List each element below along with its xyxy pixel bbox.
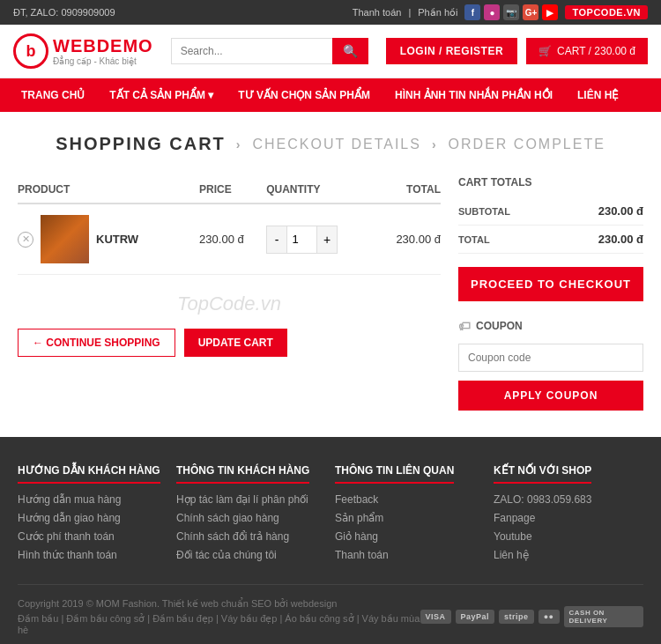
- footer-col-thong-tin: THÔNG TIN KHÁCH HÀNG Hợp tác làm đại lí …: [176, 463, 326, 566]
- subtotal-label: SUBTOTAL: [458, 206, 510, 217]
- qty-increase-button[interactable]: +: [317, 226, 337, 253]
- logo[interactable]: b WEBDEMO Đẳng cấp - Khác biệt: [13, 33, 153, 69]
- mastercard-badge: ●●: [538, 610, 560, 624]
- coupon-icon: 🏷: [458, 319, 471, 333]
- subtotal-value: 230.00 đ: [598, 204, 643, 218]
- qty-input[interactable]: [286, 226, 317, 253]
- logo-text: WEBDEMO Đẳng cấp - Khác biệt: [53, 36, 153, 66]
- breadcrumb-sep1: ›: [236, 137, 242, 152]
- instagram-icon[interactable]: ●: [484, 4, 500, 20]
- footer-link[interactable]: Cước phí thanh toán: [18, 530, 115, 543]
- cart-section: PRODUCT PRICE QUANTITY TOTAL ✕ KUTRW: [18, 176, 441, 357]
- product-price: 230.00 đ: [199, 204, 266, 275]
- nav-item-trang-chu[interactable]: TRANG CHỦ: [9, 78, 97, 112]
- footer-copyright: Copyright 2019 © MOM Fashion. Thiết kế w…: [18, 598, 420, 635]
- breadcrumb-step3: ORDER COMPLETE: [449, 137, 605, 152]
- footer-link[interactable]: Chính sách đổi trả hàng: [176, 530, 289, 543]
- product-cell: ✕ KUTRW: [18, 204, 199, 275]
- top-bar-right: Thanh toán | Phần hồi f ● 📷 G+ ▶ TOPCODE…: [353, 4, 648, 20]
- search-input[interactable]: [171, 38, 332, 64]
- google-plus-icon[interactable]: G+: [523, 4, 538, 20]
- nav-item-tu-van[interactable]: TƯ VẤN CHỌN SẢN PHẨM: [226, 78, 382, 112]
- qty-control: - +: [266, 226, 338, 254]
- cart-button[interactable]: 🛒 CART / 230.00 đ: [526, 38, 648, 64]
- col-price: PRICE: [199, 176, 266, 204]
- col-total: TOTAL: [374, 176, 441, 204]
- footer-link[interactable]: Youtube: [494, 530, 532, 543]
- nav-item-hinh-anh[interactable]: HÌNH ẢNH TIN NHẮN PHẦN HỒI: [382, 78, 565, 112]
- coupon-title: 🏷 COUPON: [458, 319, 643, 333]
- contact-info: ĐT, ZALO: 0909909009: [13, 7, 115, 18]
- qty-decrease-button[interactable]: -: [267, 226, 286, 253]
- topcode-badge: TOPCODE.VN: [565, 5, 648, 19]
- footer-link[interactable]: Fanpage: [494, 512, 535, 524]
- product-total: 230.00 đ: [374, 204, 441, 275]
- footer-link[interactable]: Feetback: [335, 493, 378, 506]
- footer-col-huong-dan: HƯỚNG DẪN KHÁCH HÀNG Hướng dẫn mua hàng …: [18, 463, 167, 566]
- footer-link[interactable]: Hợp tác làm đại lí phân phối: [176, 493, 308, 506]
- search-bar: 🔍: [171, 38, 368, 64]
- cart-sidebar: CART TOTALS SUBTOTAL 230.00 đ TOTAL 230.…: [458, 176, 643, 411]
- continue-shopping-button[interactable]: ← CONTINUE SHOPPING: [18, 329, 175, 357]
- total-value: 230.00 đ: [598, 233, 643, 246]
- update-cart-button[interactable]: UPDATE CART: [184, 329, 287, 357]
- stripe-badge: stripe: [499, 610, 534, 624]
- footer-link[interactable]: Sản phẩm: [335, 512, 383, 524]
- footer-col-lien-quan: THÔNG TIN LIÊN QUAN Feetback Sản phẩm Gi…: [335, 463, 485, 566]
- total-label: TOTAL: [458, 234, 490, 245]
- footer-link[interactable]: Thanh toán: [335, 549, 389, 561]
- footer-link[interactable]: Giỏ hàng: [335, 530, 378, 543]
- footer: HƯỚNG DẪN KHÁCH HÀNG Hướng dẫn mua hàng …: [0, 437, 661, 644]
- watermark: TopCode.vn: [18, 292, 441, 315]
- cart-actions: ← CONTINUE SHOPPING UPDATE CART: [18, 329, 441, 357]
- footer-link[interactable]: Hướng dẫn giao hàng: [18, 512, 121, 524]
- youtube-icon[interactable]: ▶: [542, 4, 558, 20]
- main-nav: TRANG CHỦ TẤT CẢ SẢN PHẨM ▾ TƯ VẤN CHỌN …: [0, 78, 661, 112]
- coupon-section: 🏷 COUPON APPLY COUPON: [458, 319, 643, 411]
- footer-heading-1: HƯỚNG DẪN KHÁCH HÀNG: [18, 464, 160, 484]
- social-icons: f ● 📷 G+ ▶: [464, 4, 558, 20]
- breadcrumb-step2: CHECKOUT DETAILS: [253, 137, 421, 152]
- footer-link[interactable]: Liên hệ: [494, 549, 529, 561]
- nav-item-tat-ca[interactable]: TẤT CẢ SẢN PHẨM ▾: [97, 78, 226, 112]
- thanh-toan-link[interactable]: Thanh toán: [353, 7, 402, 18]
- breadcrumb-sep2: ›: [432, 137, 438, 152]
- breadcrumb: SHOPPING CART › CHECKOUT DETAILS › ORDER…: [0, 134, 661, 154]
- coupon-input[interactable]: [458, 344, 643, 372]
- col-quantity: QUANTITY: [266, 176, 374, 204]
- footer-link[interactable]: Hình thức thanh toán: [18, 549, 117, 561]
- footer-link[interactable]: Đối tác của chúng tôi: [176, 549, 277, 561]
- footer-columns: HƯỚNG DẪN KHÁCH HÀNG Hướng dẫn mua hàng …: [18, 463, 643, 566]
- footer-bottom: Copyright 2019 © MOM Fashion. Thiết kế w…: [18, 584, 643, 635]
- logo-circle: b: [13, 33, 48, 69]
- footer-heading-4: KẾT NỐI VỚI SHOP: [494, 464, 591, 484]
- product-qty: - +: [266, 204, 374, 275]
- nav-item-lien-he[interactable]: LIÊN HỆ: [565, 78, 631, 112]
- facebook-icon[interactable]: f: [464, 4, 480, 20]
- cart-label: CART / 230.00 đ: [557, 45, 635, 57]
- phan-hoi-link[interactable]: Phần hồi: [418, 7, 457, 19]
- payment-icons: VISA PayPal stripe ●● CASH ON DELIVERY: [420, 606, 643, 627]
- login-button[interactable]: LOGIN / REGISTER: [386, 38, 517, 64]
- subtotal-row: SUBTOTAL 230.00 đ: [458, 197, 643, 226]
- col-product: PRODUCT: [18, 176, 199, 204]
- apply-coupon-button[interactable]: APPLY COUPON: [458, 381, 643, 411]
- footer-heading-3: THÔNG TIN LIÊN QUAN: [335, 464, 454, 484]
- breadcrumb-section: SHOPPING CART › CHECKOUT DETAILS › ORDER…: [0, 112, 661, 167]
- footer-link[interactable]: Chính sách giao hàng: [176, 512, 279, 524]
- footer-link[interactable]: Hướng dẫn mua hàng: [18, 493, 121, 506]
- remove-button[interactable]: ✕: [18, 232, 33, 248]
- footer-col-ket-noi: KẾT NỐI VỚI SHOP ZALO: 0983.059.683 Fanp…: [494, 463, 643, 566]
- camera-icon[interactable]: 📷: [503, 4, 519, 20]
- search-button[interactable]: 🔍: [332, 38, 368, 64]
- footer-link[interactable]: ZALO: 0983.059.683: [494, 493, 591, 506]
- header-right: LOGIN / REGISTER 🛒 CART / 230.00 đ: [386, 38, 648, 64]
- cart-icon: 🛒: [538, 45, 552, 57]
- visa-badge: VISA: [420, 610, 451, 624]
- table-row: ✕ KUTRW 230.00 đ - +: [18, 204, 441, 275]
- cash-badge: CASH ON DELIVERY: [564, 606, 644, 627]
- checkout-button[interactable]: PROCEED TO CHECKOUT: [458, 267, 643, 301]
- top-bar: ĐT, ZALO: 0909909009 Thanh toán | Phần h…: [0, 0, 661, 25]
- main-content: PRODUCT PRICE QUANTITY TOTAL ✕ KUTRW: [0, 167, 661, 437]
- total-row: TOTAL 230.00 đ: [458, 226, 643, 254]
